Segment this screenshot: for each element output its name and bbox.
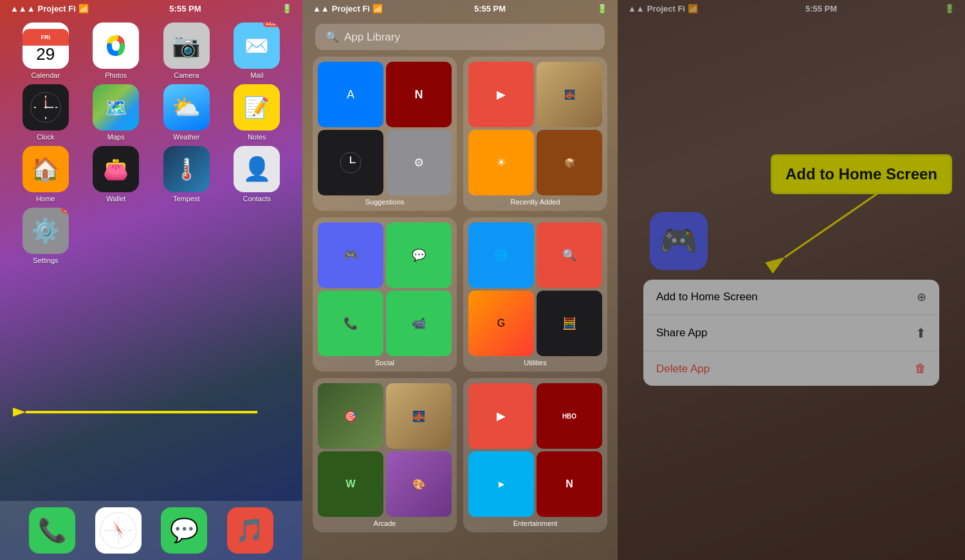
app-wallet[interactable]: 👛 Wallet <box>84 146 149 203</box>
battery-home: 🔋 <box>282 4 292 14</box>
context-share-app[interactable]: Share App ⬆ <box>643 315 939 352</box>
trash-icon: 🗑 <box>915 362 926 375</box>
app-weather[interactable]: ⛅ Weather <box>154 84 219 141</box>
folder-social[interactable]: 🎮 💬 📞 📹 Social <box>313 217 457 372</box>
carrier-library: ▲▲ Project Fi 📶 <box>313 4 383 14</box>
app-label-contacts: Contacts <box>243 195 271 203</box>
folder-app-messages: 💬 <box>386 222 452 288</box>
folder-app-wordscape: W <box>318 451 383 517</box>
svg-point-10 <box>44 106 46 108</box>
app-library-search[interactable]: 🔍 App Library <box>315 24 605 50</box>
folder-app-youtube: ▶ <box>468 62 534 127</box>
carrier-home: ▲▲▲ Project Fi 📶 <box>10 4 89 14</box>
app-label-calendar: Calendar <box>31 71 60 79</box>
folder-label-arcade: Arcade <box>318 519 452 527</box>
mail-badge: 11,079 <box>263 23 280 27</box>
dock-music[interactable]: 🎵 <box>227 507 273 554</box>
folder-app-youtube2: ▶ <box>468 383 534 449</box>
folder-app-clock2 <box>318 130 383 195</box>
share-icon: ⬆ <box>915 325 926 341</box>
wifi-icon: 📶 <box>78 4 89 14</box>
status-bar-home: ▲▲▲ Project Fi 📶 5:55 PM 🔋 <box>0 0 302 17</box>
svg-point-22 <box>350 162 352 164</box>
folder-arcade[interactable]: 🎯 🌉 W 🎨 Arcade <box>313 378 457 532</box>
context-menu-panel: ▲▲ Project Fi 📶 5:55 PM 🔋 Add to Home Sc… <box>618 0 965 560</box>
time-context: 5:55 PM <box>805 4 837 14</box>
app-notes[interactable]: 📝 Notes <box>225 84 290 141</box>
folder-app-paramount: ▶ <box>468 451 534 517</box>
folder-app-calculator: 🧮 <box>537 291 602 356</box>
app-label-camera: Camera <box>174 71 199 79</box>
app-home[interactable]: 🏠 Home <box>13 146 78 203</box>
app-calendar[interactable]: FRI 29 Calendar <box>13 23 78 79</box>
app-label-settings: Settings <box>33 257 59 264</box>
discord-app-icon[interactable]: 🎮 <box>650 212 708 270</box>
folder-label-social: Social <box>318 359 452 366</box>
context-share-label: Share App <box>656 327 707 339</box>
app-label-maps: Maps <box>107 133 125 141</box>
search-placeholder: App Library <box>344 31 400 44</box>
folder-app-chrome: 🔍 <box>537 222 602 288</box>
app-library-panel: ▲▲ Project Fi 📶 5:55 PM 🔋 🔍 App Library … <box>302 0 618 560</box>
app-clock[interactable]: Clock <box>13 84 78 141</box>
folder-entertainment[interactable]: ▶ HBO ▶ N Entertainment <box>463 378 607 532</box>
folder-app-arcade2: 🌉 <box>386 383 452 449</box>
folder-app-arcade3: 🎨 <box>386 451 452 517</box>
folder-app-appstore: A <box>318 62 383 127</box>
app-camera[interactable]: 📷 Camera <box>154 23 219 79</box>
folder-label-utilities: Utilities <box>468 359 602 366</box>
context-add-to-home[interactable]: Add to Home Screen ⊕ <box>643 280 939 315</box>
battery-icon: 🔋 <box>282 4 292 14</box>
app-label-home: Home <box>36 195 55 203</box>
folder-app-crossword: 🎯 <box>318 383 383 449</box>
svg-point-0 <box>100 30 131 61</box>
folder-app-hbomax: HBO <box>537 383 602 449</box>
folder-app-facetime: 📹 <box>386 291 452 356</box>
app-photos[interactable]: Photos <box>84 23 149 79</box>
folder-app-phone: 📞 <box>318 291 383 356</box>
app-label-clock: Clock <box>37 133 55 141</box>
dock-safari[interactable] <box>95 507 142 554</box>
search-icon: 🔍 <box>326 30 339 44</box>
folder-app-netflix: N <box>386 62 452 127</box>
app-label-weather: Weather <box>173 133 199 141</box>
app-maps[interactable]: 🗺️ Maps <box>84 84 149 141</box>
signal-icon: ▲▲▲ <box>10 4 35 14</box>
status-bar-library: ▲▲ Project Fi 📶 5:55 PM 🔋 <box>302 0 618 17</box>
app-contacts[interactable]: 👤 Contacts <box>225 146 290 203</box>
app-label-photos: Photos <box>105 71 127 79</box>
app-label-wallet: Wallet <box>106 195 125 203</box>
folder-utilities[interactable]: 🌐 🔍 G 🧮 Utilities <box>463 217 607 372</box>
context-add-to-home-label: Add to Home Screen <box>656 291 758 303</box>
dock: 📞 💬 🎵 <box>0 501 302 560</box>
app-label-mail: Mail <box>250 71 263 79</box>
folder-app-discord: 🎮 <box>318 222 383 288</box>
folder-label-recently-added: Recently Added <box>468 198 602 206</box>
library-folder-grid: A N ⚙ Suggestions ▶ 🌉 ☀ <box>302 57 618 532</box>
time-library: 5:55 PM <box>474 4 506 14</box>
dock-messages[interactable]: 💬 <box>161 507 207 554</box>
folder-app-settings: ⚙ <box>386 130 452 195</box>
home-screen-panel: ▲▲▲ Project Fi 📶 5:55 PM 🔋 FRI 29 Calend… <box>0 0 302 560</box>
folder-app-ups: 📦 <box>537 130 602 195</box>
app-tempest[interactable]: 🌡️ Tempest <box>154 146 219 203</box>
folder-label-suggestions: Suggestions <box>318 198 452 206</box>
arrow-annotation <box>13 393 257 431</box>
app-grid: FRI 29 Calendar Photos 📷 <box>0 17 302 269</box>
app-settings[interactable]: ⚙️ 1 Settings <box>13 208 78 264</box>
status-bar-context: ▲▲ Project Fi 📶 5:55 PM 🔋 <box>618 0 965 17</box>
tooltip-add-to-home: Add to Home Screen <box>771 154 952 194</box>
folder-app-bridge: 🌉 <box>537 62 602 127</box>
folder-recently-added[interactable]: ▶ 🌉 ☀ 📦 Recently Added <box>463 57 607 211</box>
app-mail[interactable]: ✉️ 11,079 Mail <box>225 23 290 79</box>
add-home-icon: ⊕ <box>917 290 926 304</box>
dock-phone[interactable]: 📞 <box>29 507 75 554</box>
folder-label-entertainment: Entertainment <box>468 519 602 527</box>
context-delete-app[interactable]: Delete App 🗑 <box>643 352 939 386</box>
folder-app-sun: ☀ <box>468 130 534 195</box>
folder-suggestions[interactable]: A N ⚙ Suggestions <box>313 57 457 211</box>
swipe-arrow-icon <box>13 393 257 431</box>
time-home: 5:55 PM <box>169 4 201 14</box>
app-label-notes: Notes <box>248 133 266 141</box>
context-delete-label: Delete App <box>656 363 710 375</box>
